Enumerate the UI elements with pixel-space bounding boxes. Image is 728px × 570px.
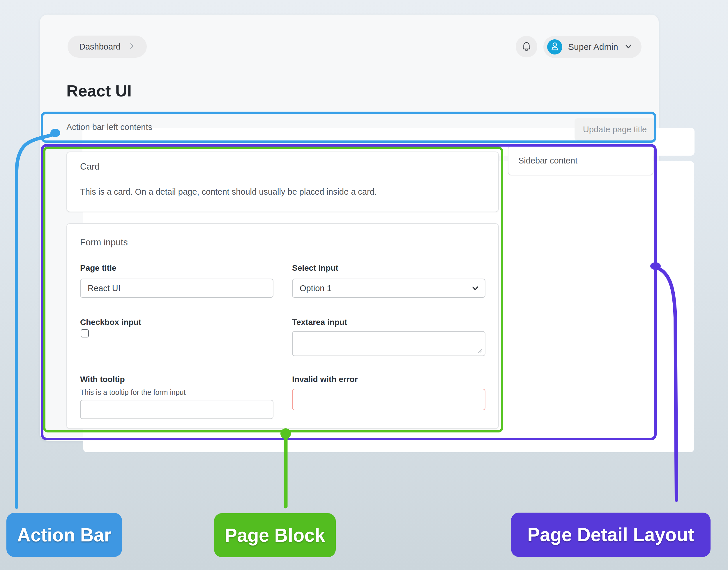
action-bar-annotation-label: Action Bar: [6, 513, 122, 557]
breadcrumb[interactable]: Dashboard: [68, 36, 147, 58]
page-title-field-label: Page title: [80, 263, 116, 273]
textarea-input[interactable]: [292, 331, 486, 356]
select-field-label: Select input: [292, 263, 338, 273]
page-title: React UI: [66, 82, 132, 100]
page-title-input[interactable]: [80, 279, 273, 298]
page-block-annotation-label: Page Block: [214, 513, 336, 557]
user-menu[interactable]: Super Admin: [543, 36, 642, 58]
avatar: [547, 39, 562, 54]
update-page-title-button[interactable]: Update page title: [575, 118, 655, 140]
breadcrumb-item-dashboard[interactable]: Dashboard: [79, 42, 121, 52]
checkbox-field-label: Checkbox input: [80, 318, 141, 327]
page-detail-layout-annotation-label: Page Detail Layout: [511, 513, 711, 557]
tooltip-input[interactable]: [80, 400, 273, 419]
invalid-field-label: Invalid with error: [292, 375, 358, 384]
checkbox-input[interactable]: [81, 329, 89, 337]
card: Card This is a card. On a detail page, c…: [66, 152, 499, 212]
tooltip-field-label: With tooltip: [80, 375, 125, 384]
sidebar-content-card: Sidebar content: [508, 146, 653, 176]
select-input[interactable]: Option 1: [292, 279, 486, 298]
chevron-right-icon: [129, 43, 135, 50]
chevron-down-icon: [624, 42, 633, 52]
form-card-title: Form inputs: [80, 237, 128, 248]
card-title: Card: [80, 162, 100, 172]
invalid-input[interactable]: [292, 389, 486, 410]
action-bar-left-contents: Action bar left contents: [66, 113, 152, 141]
screenshot-canvas: Dashboard Super Admin React UI: [0, 0, 728, 570]
card-body: This is a card. On a detail page, conten…: [80, 187, 377, 197]
textarea-field-label: Textarea input: [292, 318, 347, 327]
sidebar-content-text: Sidebar content: [518, 156, 578, 166]
user-icon: [549, 40, 561, 53]
form-inputs-card: Form inputs Page title Select input Opti…: [66, 223, 499, 429]
user-name: Super Admin: [568, 42, 618, 52]
bell-icon: [521, 40, 532, 53]
tooltip-text: This is a tooltip for the form input: [80, 388, 186, 396]
notifications-button[interactable]: [516, 36, 537, 57]
